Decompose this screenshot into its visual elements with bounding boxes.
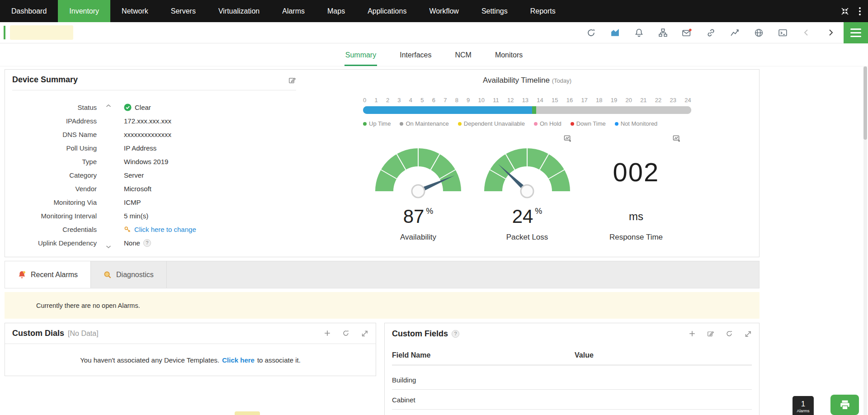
availability-section: Availability Timeline (Today) 0123456789… bbox=[303, 70, 759, 257]
tab-diagnostics[interactable]: Diagnostics bbox=[91, 261, 167, 288]
app-window: Dashboard Inventory Network Servers Virt… bbox=[0, 0, 868, 415]
device-toolbar bbox=[0, 22, 868, 43]
fields-scroll-up-icon[interactable] bbox=[106, 101, 111, 109]
prev-chevron-icon[interactable] bbox=[802, 28, 811, 38]
no-data-badge: [No Data] bbox=[68, 330, 99, 338]
nav-item-workflow[interactable]: Workflow bbox=[418, 0, 470, 22]
diagnostics-icon bbox=[104, 271, 112, 279]
availability-timeline-bar[interactable] bbox=[363, 106, 691, 114]
line-chart-icon[interactable] bbox=[730, 28, 740, 38]
tab-monitors[interactable]: Monitors bbox=[494, 51, 524, 66]
custom-fields-table: Field Name Value Building Cabinet bbox=[385, 344, 759, 410]
page-scrollbar[interactable] bbox=[863, 66, 867, 415]
tab-recent-alarms[interactable]: Recent Alarms bbox=[5, 261, 91, 288]
associate-template-link[interactable]: Click here bbox=[222, 356, 255, 364]
support-chat-button[interactable] bbox=[830, 395, 859, 415]
hour-label: 2 bbox=[386, 97, 389, 104]
field-row-vendor: Vendor Microsoft bbox=[5, 182, 303, 195]
kebab-menu-icon[interactable] bbox=[859, 7, 861, 15]
hour-label: 11 bbox=[493, 97, 499, 104]
link-icon[interactable] bbox=[706, 28, 716, 38]
field-row-type: Type Windows 2019 bbox=[5, 155, 303, 168]
nav-item-maps[interactable]: Maps bbox=[316, 0, 356, 22]
legend-dot bbox=[400, 122, 403, 126]
next-chevron-icon[interactable] bbox=[826, 28, 835, 38]
nav-item-settings[interactable]: Settings bbox=[470, 0, 519, 22]
nav-item-alarms[interactable]: Alarms bbox=[271, 0, 316, 22]
field-row-credentials: Credentials Click here to change bbox=[5, 222, 303, 236]
tab-ncm[interactable]: NCM bbox=[454, 51, 472, 66]
performance-chart-icon[interactable] bbox=[610, 28, 620, 38]
globe-icon[interactable] bbox=[754, 28, 764, 38]
nav-item-virtualization[interactable]: Virtualization bbox=[207, 0, 271, 22]
field-row-uplink-dependency: Uplink Dependency None ? bbox=[5, 236, 303, 250]
side-menu-button[interactable] bbox=[844, 22, 868, 43]
nav-item-servers[interactable]: Servers bbox=[160, 0, 207, 22]
device-name-redacted bbox=[10, 25, 73, 40]
expand-icon[interactable] bbox=[744, 330, 752, 338]
table-row-building[interactable]: Building bbox=[392, 370, 752, 390]
hour-label: 4 bbox=[409, 97, 412, 104]
add-icon[interactable] bbox=[324, 330, 331, 337]
packet-loss-gauge bbox=[483, 146, 571, 199]
custom-fields-help-icon[interactable]: ? bbox=[452, 330, 459, 338]
edit-device-icon[interactable] bbox=[288, 76, 296, 84]
add-icon[interactable] bbox=[689, 330, 696, 338]
timeline-legend: Up TimeOn MaintenanceDependent Unavailab… bbox=[363, 120, 691, 127]
response-time-col: 002 ms Response Time bbox=[584, 134, 689, 242]
mail-icon[interactable] bbox=[682, 28, 692, 38]
alarm-tabs: Recent Alarms Diagnostics bbox=[5, 261, 760, 288]
recent-alarms-bell-icon bbox=[18, 270, 26, 279]
nav-item-dashboard[interactable]: Dashboard bbox=[0, 0, 58, 22]
terminal-icon[interactable] bbox=[778, 28, 788, 38]
edit-icon[interactable] bbox=[707, 330, 715, 338]
refresh-icon[interactable] bbox=[342, 330, 350, 337]
hour-label: 9 bbox=[467, 97, 470, 104]
legend-item: Down Time bbox=[571, 120, 606, 127]
refresh-icon[interactable] bbox=[726, 330, 733, 338]
fields-scroll-down-icon[interactable] bbox=[106, 242, 111, 250]
hour-label: 24 bbox=[684, 97, 691, 104]
top-nav: Dashboard Inventory Network Servers Virt… bbox=[0, 0, 868, 22]
expand-icon[interactable] bbox=[361, 330, 368, 337]
table-row-cabinet[interactable]: Cabinet bbox=[392, 390, 752, 410]
timeline-segment bbox=[532, 106, 536, 114]
uplink-help-icon[interactable]: ? bbox=[143, 239, 151, 247]
device-summary-title: Device Summary bbox=[12, 75, 78, 85]
topology-icon[interactable] bbox=[658, 28, 668, 38]
device-fields-list: Status Clear IPAddress 172.xxx.xxx.xxx bbox=[5, 90, 303, 250]
hour-label: 16 bbox=[566, 97, 573, 104]
availability-subtitle: (Today) bbox=[552, 77, 571, 84]
tab-summary[interactable]: Summary bbox=[344, 51, 377, 66]
field-row-dns-name: DNS Name xxxxxxxxxxxxxx bbox=[5, 127, 303, 141]
hour-label: 13 bbox=[522, 97, 528, 104]
scrollbar-thumb[interactable] bbox=[863, 66, 867, 140]
timeline-segment bbox=[363, 106, 532, 114]
device-overview-panel: Device Summary Status bbox=[5, 69, 760, 257]
column-header-value: Value bbox=[575, 351, 594, 359]
nav-item-network[interactable]: Network bbox=[110, 0, 160, 22]
legend-dot bbox=[363, 122, 367, 126]
nav-item-applications[interactable]: Applications bbox=[356, 0, 418, 22]
availability-label: Availability bbox=[400, 233, 436, 242]
availability-title: Availability Timeline (Today) bbox=[363, 76, 691, 85]
hour-label: 21 bbox=[640, 97, 646, 104]
nav-item-inventory[interactable]: Inventory bbox=[58, 0, 110, 22]
hour-label: 14 bbox=[537, 97, 543, 104]
hour-label: 5 bbox=[420, 97, 424, 104]
refresh-icon[interactable] bbox=[586, 28, 596, 38]
packet-loss-gauge-col: 24% Packet Loss bbox=[475, 134, 580, 242]
legend-item: Up Time bbox=[363, 120, 391, 127]
tab-interfaces[interactable]: Interfaces bbox=[399, 51, 432, 66]
legend-dot bbox=[571, 122, 574, 126]
gauge-report-icon[interactable] bbox=[564, 134, 571, 142]
credentials-change-link[interactable]: Click here to change bbox=[134, 226, 196, 233]
key-icon bbox=[124, 226, 131, 233]
alarm-count-badge[interactable]: 1 Alarms bbox=[793, 396, 814, 415]
page-tabbar: Summary Interfaces NCM Monitors bbox=[0, 43, 868, 66]
alarm-bell-icon[interactable] bbox=[634, 28, 644, 38]
field-row-ipaddress: IPAddress 172.xxx.xxx.xxx bbox=[5, 114, 303, 127]
gauge-report-icon[interactable] bbox=[673, 134, 680, 142]
nav-item-reports[interactable]: Reports bbox=[519, 0, 567, 22]
exit-fullscreen-icon[interactable] bbox=[840, 6, 850, 16]
